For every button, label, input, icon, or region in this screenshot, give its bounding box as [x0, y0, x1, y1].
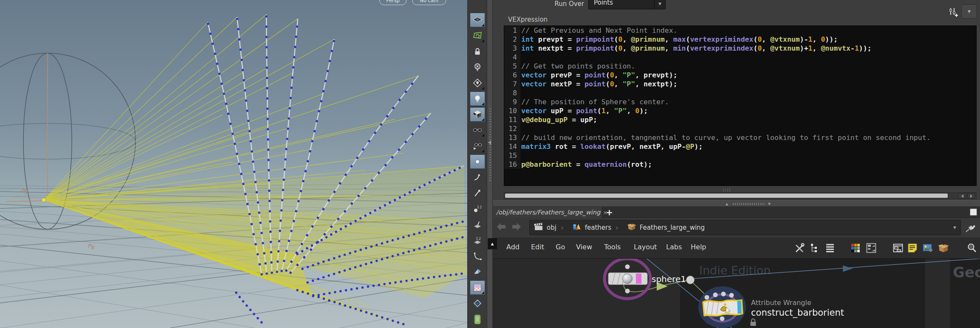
viewport-display-toolbar: 12 12	[467, 0, 487, 328]
lights-off-icon[interactable]	[470, 60, 485, 74]
3d-viewport[interactable]: Persp No cam 3 2	[0, 0, 467, 328]
obj-clapperboard-icon	[534, 222, 543, 233]
splitter-down-icon[interactable]: ▼	[768, 202, 771, 206]
wrangle-name-label: construct_barborient	[751, 308, 844, 318]
headlight-icon[interactable]	[470, 76, 485, 90]
breadcrumb-obj[interactable]: obj	[547, 224, 556, 231]
indie-edition-watermark: Indie Edition	[699, 264, 771, 277]
display-pin-icon[interactable]	[470, 186, 485, 200]
scroll-right-button[interactable]	[967, 193, 975, 199]
svg-text:12: 12	[476, 237, 481, 241]
display-hooks-icon[interactable]	[470, 170, 485, 185]
sticky-note-icon[interactable]	[907, 242, 918, 254]
viewport-scene	[0, 0, 467, 328]
expand-pane-icon[interactable]: ▲	[488, 238, 497, 249]
vexpression-label: VEXpression	[508, 16, 548, 23]
menu-go[interactable]: Go	[556, 243, 565, 251]
normal-lights-icon[interactable]	[470, 91, 485, 106]
sphere1-label: sphere1	[652, 274, 686, 284]
display-gates-icon[interactable]	[470, 296, 485, 311]
network-menubar: ▲ Add Edit Go View Tools Layout Labs Hel…	[493, 237, 980, 259]
hq-shading-cube-icon[interactable]	[470, 107, 485, 122]
tree-view-icon[interactable]	[809, 242, 820, 254]
pane-splitter[interactable]: ▲ ▼	[493, 200, 980, 207]
list-view-icon[interactable]	[825, 242, 836, 254]
splitter-grip[interactable]	[733, 203, 765, 205]
breadcrumb-separator: ›	[561, 223, 564, 232]
right-panel: Run Over Points ▼ VEXpression ▼ 1// Get …	[493, 0, 980, 328]
prim-numbers-icon[interactable]: 12	[470, 233, 485, 248]
display-normals-icon[interactable]	[470, 265, 485, 279]
run-over-dropdown[interactable]: Points ▼	[588, 0, 666, 9]
breadcrumb-current: Feathers_large_wing	[640, 224, 705, 231]
menu-view[interactable]: View	[576, 243, 592, 251]
display-points-icon[interactable]	[470, 154, 485, 169]
path-dropdown-icon[interactable]: ▼	[953, 225, 956, 230]
splitter-up-icon[interactable]: ▲	[726, 202, 728, 206]
character-pick-icon[interactable]	[470, 312, 485, 326]
breadcrumb-separator: ›	[616, 223, 619, 232]
vex-code-editor[interactable]: 1// Get Previous and Next Point index.2i…	[504, 26, 977, 186]
tab-path-label: /obj/feathers/Feathers_large_wing	[496, 209, 600, 216]
color-palette-icon[interactable]	[850, 242, 861, 254]
code-resize-grip[interactable]	[722, 187, 731, 192]
search-icon[interactable]	[966, 242, 977, 254]
scroll-left-button[interactable]	[958, 193, 966, 199]
perspective-view-button[interactable]: Persp	[379, 0, 407, 5]
pane-maximize-icon[interactable]	[970, 208, 977, 216]
geometry-icon	[572, 222, 582, 233]
uv-texture-checker-icon[interactable]	[470, 280, 485, 295]
run-over-value: Points	[589, 0, 654, 9]
breadcrumb[interactable]: obj › feathers › Feathers_large_wing ▼	[529, 220, 961, 235]
back-button[interactable]	[495, 222, 507, 233]
divider-grip[interactable]	[489, 108, 491, 181]
forward-button[interactable]	[511, 222, 522, 233]
breadcrumb-feathers[interactable]: feathers	[585, 224, 611, 231]
divider-collapse-icon[interactable]	[488, 140, 491, 145]
panel-divider[interactable]	[487, 0, 493, 328]
gallery-box-icon[interactable]	[938, 242, 949, 254]
dropdown-arrow-icon[interactable]: ▼	[654, 0, 665, 9]
network-editor[interactable]: Indie Edition Geometry	[493, 259, 980, 328]
network-dot[interactable]	[686, 276, 695, 284]
channels-icon[interactable]	[947, 7, 958, 20]
menu-labs[interactable]: Labs	[666, 243, 682, 251]
subnet-box-icon	[627, 222, 636, 233]
path-bar: obj › feathers › Feathers_large_wing ▼	[493, 218, 980, 237]
run-over-label: Run Over	[518, 0, 584, 8]
tools-wrench-icon[interactable]	[794, 242, 805, 254]
background-image-icon[interactable]	[922, 242, 933, 254]
menu-edit[interactable]: Edit	[531, 243, 544, 251]
code-hscrollbar-thumb[interactable]	[505, 194, 948, 198]
sphere1-input-connector[interactable]	[625, 265, 630, 269]
menu-help[interactable]: Help	[691, 243, 706, 251]
wrangle-display-flag[interactable]	[737, 301, 741, 314]
wrangle-type-label: Attribute Wrangle	[751, 299, 811, 307]
network-tab-bar: /obj/feathers/Feathers_large_wing × +	[493, 207, 980, 218]
curve-handles-icon[interactable]	[470, 249, 485, 263]
point-numbers-icon[interactable]: 12	[470, 202, 485, 216]
prim-pins-icon[interactable]	[470, 217, 485, 232]
vex-menu-button[interactable]: ▼	[961, 4, 977, 19]
lock-icon[interactable]	[470, 44, 485, 59]
geometry-watermark: Geometry	[953, 264, 980, 281]
network-box-icon[interactable]	[892, 242, 904, 254]
vex-code-lines: 1// Get Previous and Next Point index.2i…	[504, 26, 976, 169]
fan-origin-point	[42, 198, 45, 202]
new-tab-button[interactable]: +	[606, 207, 613, 217]
ground-grid-icon[interactable]	[470, 13, 485, 27]
network-canvas: Indie Edition Geometry	[493, 259, 980, 328]
menu-tools[interactable]: Tools	[604, 243, 621, 251]
menu-layout[interactable]: Layout	[634, 243, 657, 251]
menu-add[interactable]: Add	[506, 243, 520, 251]
sphere1-template-flag[interactable]	[636, 274, 641, 284]
uv-viewport-icon[interactable]	[470, 29, 485, 43]
shadows-icon[interactable]	[470, 123, 485, 137]
hq-shadows-icon[interactable]	[470, 139, 485, 153]
camera-select-button[interactable]: No cam	[412, 0, 446, 5]
layout-thumbnails-icon[interactable]	[866, 242, 877, 254]
pin-icon[interactable]	[965, 224, 976, 235]
sphere1-output-connector[interactable]	[625, 289, 630, 294]
network-tab-active[interactable]: /obj/feathers/Feathers_large_wing ×	[493, 207, 602, 218]
svg-text:12: 12	[477, 205, 482, 209]
